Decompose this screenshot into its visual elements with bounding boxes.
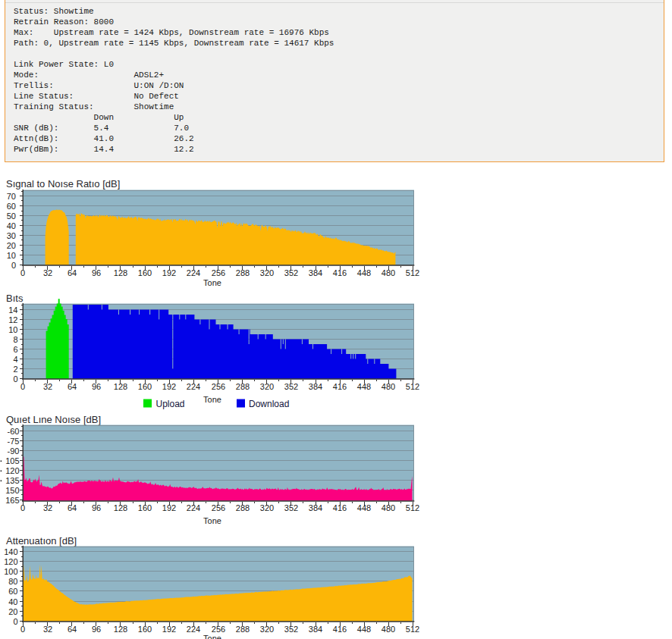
svg-text:Upload: Upload bbox=[156, 399, 185, 409]
svg-text:165: 165 bbox=[5, 496, 19, 505]
svg-text:32: 32 bbox=[43, 382, 52, 391]
svg-text:256: 256 bbox=[212, 625, 225, 634]
svg-text:352: 352 bbox=[284, 625, 298, 634]
svg-text:Bıts: Bıts bbox=[6, 293, 24, 304]
svg-text:416: 416 bbox=[333, 625, 347, 634]
svg-text:448: 448 bbox=[357, 382, 371, 391]
svg-text:256: 256 bbox=[212, 268, 225, 277]
svg-text:Sıgnal to Noıse Ratıo [dB]: Sıgnal to Noıse Ratıo [dB] bbox=[6, 178, 120, 190]
svg-text:512: 512 bbox=[406, 503, 419, 512]
svg-text:288: 288 bbox=[236, 503, 250, 512]
svg-text:288: 288 bbox=[236, 625, 250, 634]
svg-text:480: 480 bbox=[382, 382, 395, 391]
svg-text:10: 10 bbox=[8, 325, 17, 334]
svg-text:288: 288 bbox=[236, 382, 250, 391]
svg-text:Tone: Tone bbox=[203, 395, 221, 404]
svg-text:120: 120 bbox=[5, 466, 19, 475]
svg-text:-60: -60 bbox=[8, 427, 20, 436]
svg-text:320: 320 bbox=[260, 382, 274, 391]
svg-text:60: 60 bbox=[8, 587, 17, 596]
svg-text:2: 2 bbox=[13, 365, 17, 374]
svg-text:14: 14 bbox=[8, 305, 17, 315]
svg-text:224: 224 bbox=[187, 382, 200, 391]
svg-text:10: 10 bbox=[7, 251, 16, 260]
svg-text:256: 256 bbox=[212, 503, 225, 512]
svg-text:60: 60 bbox=[7, 202, 16, 211]
svg-text:Tone: Tone bbox=[203, 516, 221, 525]
svg-text:0: 0 bbox=[13, 617, 17, 626]
svg-text:0: 0 bbox=[11, 261, 16, 270]
svg-text:448: 448 bbox=[357, 503, 371, 512]
svg-text:224: 224 bbox=[187, 268, 200, 277]
svg-text:352: 352 bbox=[284, 503, 298, 512]
svg-text:160: 160 bbox=[138, 625, 152, 634]
svg-text:160: 160 bbox=[138, 503, 152, 512]
svg-text:448: 448 bbox=[357, 268, 371, 277]
svg-text:448: 448 bbox=[357, 625, 371, 634]
svg-text:80: 80 bbox=[8, 577, 17, 586]
svg-text:Quıet Lıne Noıse [dB]: Quıet Lıne Noıse [dB] bbox=[6, 414, 101, 425]
svg-text:0: 0 bbox=[20, 382, 25, 391]
svg-text:480: 480 bbox=[382, 625, 395, 634]
svg-text:4: 4 bbox=[13, 355, 17, 364]
svg-text:128: 128 bbox=[114, 503, 127, 512]
svg-text:64: 64 bbox=[68, 625, 77, 634]
svg-text:512: 512 bbox=[406, 625, 419, 634]
svg-text:96: 96 bbox=[92, 625, 101, 634]
svg-text:0: 0 bbox=[13, 374, 17, 384]
svg-text:352: 352 bbox=[284, 268, 298, 277]
svg-text:70: 70 bbox=[7, 192, 16, 201]
svg-text:8: 8 bbox=[13, 335, 17, 344]
svg-text:416: 416 bbox=[333, 268, 347, 277]
svg-text:416: 416 bbox=[333, 503, 347, 512]
svg-text:160: 160 bbox=[138, 268, 152, 277]
svg-text:96: 96 bbox=[92, 382, 101, 391]
svg-text:384: 384 bbox=[309, 268, 322, 277]
svg-text:Download: Download bbox=[249, 399, 289, 409]
svg-text:32: 32 bbox=[43, 625, 52, 634]
svg-text:64: 64 bbox=[68, 503, 77, 512]
svg-text:352: 352 bbox=[284, 382, 298, 391]
svg-text:480: 480 bbox=[382, 503, 395, 512]
svg-text:128: 128 bbox=[114, 625, 127, 634]
svg-text:-90: -90 bbox=[8, 446, 20, 456]
svg-text:Tone: Tone bbox=[203, 634, 221, 639]
svg-text:30: 30 bbox=[7, 231, 16, 240]
svg-text:320: 320 bbox=[260, 268, 274, 277]
svg-text:192: 192 bbox=[162, 625, 176, 634]
svg-text:192: 192 bbox=[162, 503, 176, 512]
svg-text:96: 96 bbox=[92, 268, 101, 277]
svg-text:20: 20 bbox=[7, 241, 16, 250]
svg-text:12: 12 bbox=[8, 315, 17, 324]
svg-text:Tone: Tone bbox=[203, 278, 221, 287]
svg-text:40: 40 bbox=[8, 597, 17, 606]
svg-text:32: 32 bbox=[43, 268, 52, 277]
svg-text:100: 100 bbox=[4, 567, 17, 576]
svg-text:140: 140 bbox=[4, 547, 17, 556]
svg-text:0: 0 bbox=[20, 625, 25, 634]
svg-text:256: 256 bbox=[212, 382, 225, 391]
svg-text:40: 40 bbox=[7, 221, 16, 230]
svg-text:192: 192 bbox=[162, 382, 176, 391]
svg-text:320: 320 bbox=[260, 503, 274, 512]
svg-text:192: 192 bbox=[162, 268, 176, 277]
svg-text:224: 224 bbox=[187, 625, 200, 634]
svg-text:128: 128 bbox=[114, 268, 127, 277]
svg-text:135: 135 bbox=[5, 476, 19, 485]
svg-text:105: 105 bbox=[5, 456, 19, 465]
svg-text:64: 64 bbox=[68, 268, 77, 277]
svg-text:416: 416 bbox=[333, 382, 347, 391]
svg-text:384: 384 bbox=[309, 625, 322, 634]
svg-text:96: 96 bbox=[92, 503, 101, 512]
svg-text:224: 224 bbox=[187, 503, 200, 512]
svg-text:320: 320 bbox=[260, 625, 274, 634]
svg-text:512: 512 bbox=[406, 382, 419, 391]
svg-text:120: 120 bbox=[4, 557, 17, 566]
svg-text:64: 64 bbox=[68, 382, 77, 391]
svg-text:384: 384 bbox=[309, 503, 322, 512]
svg-text:512: 512 bbox=[406, 268, 419, 277]
svg-text:32: 32 bbox=[43, 503, 52, 512]
svg-text:128: 128 bbox=[114, 382, 127, 391]
svg-text:480: 480 bbox=[382, 268, 395, 277]
svg-text:150: 150 bbox=[5, 486, 19, 495]
